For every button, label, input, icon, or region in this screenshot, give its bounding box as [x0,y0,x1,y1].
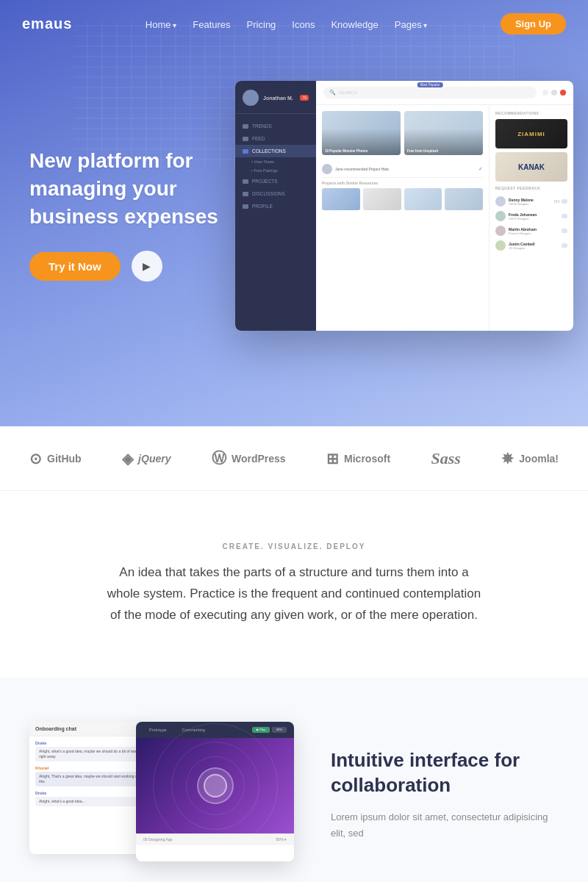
search-icon: 🔍 [329,90,336,96]
nav-home[interactable]: Home [146,19,176,30]
collaboration-mockup: Onboarding chat Drake Alright, what's a … [29,722,301,869]
proto-footer-text: 00 Designing App [143,837,172,842]
mockup-sub-userflows[interactable]: • User Flows [235,157,316,166]
chat-sender-2: Khanel [35,766,145,770]
profile-icon [243,204,248,209]
partner-jquery: ◈ jQuery [122,450,171,467]
proto-body [136,738,294,833]
play-icon: ▶ [143,260,151,272]
mockup-topbar: 🔍 SEARCH Most Popular [316,81,573,105]
chat-bubble-1: Alright, what's a good idea, maybe we sh… [35,747,145,761]
topbar-icon-1[interactable] [542,90,548,96]
martin-role: Product Designer [509,232,559,235]
proto-circle [197,767,234,804]
wordpress-icon: Ⓦ [212,448,226,468]
collab-title: Intuitive interface for collaboration [331,748,559,798]
chat-msg-1: Drake Alright, what's a good idea, maybe… [35,741,145,761]
card-1-label: 10 Popular Monster Photos [325,149,368,153]
mockup-topbar-actions [542,90,566,96]
feedback-justin: Justin Cambell UX Designer [495,238,567,253]
projects-icon [243,179,248,184]
github-icon: ⊙ [29,450,42,467]
features-description: An idea that takes the parts of a struct… [103,562,485,626]
mockup-sub-fontpairings[interactable]: • Font Pairings [235,166,316,175]
chat-window: Onboarding chat Drake Alright, what's a … [29,722,151,854]
hero-section: emaus Home Features Pricing Icons Knowle… [0,0,588,426]
mockup-card-1: 10 Popular Monster Photos [322,111,401,155]
mockup-cards: 10 Popular Monster Photos Free from Unsp… [322,111,483,155]
nav-pages[interactable]: Pages [395,19,428,30]
mockup-body: 10 Popular Monster Photos Free from Unsp… [316,105,573,331]
hero-actions: Try it Now ▶ [29,251,220,282]
sass-icon: Sass [431,449,461,468]
danny-avatar [495,196,506,207]
collab-description: Lorem ipsum dolor sit amet, consectetur … [331,809,559,842]
close-icon[interactable] [560,90,566,96]
chat-msg-3: Drake Alright, what's a good idea... [35,791,145,806]
app-mockup: Jonathan M. 79 TRENDS FEED COLLECTIONS •… [235,81,573,331]
features-subtitle: CREATE. VISUALIZE. DEPLOY [29,542,559,551]
mockup-nav-projects[interactable]: PROJECTS [235,175,316,187]
discussions-icon [243,192,248,196]
trends-icon [243,124,248,129]
martin-avatar [495,226,506,236]
collaboration-section: Onboarding chat Drake Alright, what's a … [0,678,588,882]
mockup-jane-rec: Jane recommended Project Hide. ✓ [322,161,483,178]
mockup-nav-collections[interactable]: COLLECTIONS [235,145,316,157]
justin-avatar [495,240,506,251]
chat-sender-3: Drake [35,791,145,795]
mockup-right-panel: RECOMMENDATIONS ZIAMIMI KANAK REQUEST FE… [489,105,573,331]
bottom-card-1 [322,188,360,210]
rec-card-ziamimi: ZIAMIMI [495,119,567,148]
mockup-nav-feed[interactable]: FEED [235,132,316,145]
microsoft-label: Microsoft [344,453,390,465]
chat-msg-2: Khanel Alright, That's a great idea, may… [35,766,145,786]
nav-pricing[interactable]: Pricing [247,19,276,30]
most-popular-tag: Most Popular [417,82,443,87]
chat-body: Drake Alright, what's a good idea, maybe… [29,736,151,815]
signup-button[interactable]: Sign Up [501,13,566,35]
bottom-card-4 [445,188,483,210]
freda-role: UI/UX Designer [509,217,559,220]
chat-bubble-2: Alright, That's a great idea, maybe we s… [35,772,145,786]
mockup-nav-trends[interactable]: TRENDS [235,120,316,132]
reply-icon-2 [562,214,567,218]
nav-icons[interactable]: Icons [292,19,315,30]
recommendations-title: RECOMMENDATIONS [495,111,567,115]
site-logo: emaus [22,15,72,32]
nav-features[interactable]: Features [193,19,230,30]
prototype-window: Prototype Commenting ▶ Play 30% [136,722,294,861]
topbar-icon-2[interactable] [551,90,557,96]
wordpress-label: WordPress [232,453,286,465]
checkmark-icon: ✓ [478,166,483,172]
github-label: GitHub [47,453,82,465]
partner-microsoft: ⊞ Microsoft [326,450,390,467]
play-button[interactable]: ▶ [132,251,162,282]
bottom-card-3 [404,188,442,210]
jquery-icon: ◈ [122,450,133,467]
features-section: CREATE. VISUALIZE. DEPLOY An idea that t… [0,491,588,678]
mockup-nav-profile[interactable]: PROFILE [235,200,316,212]
rec-card-kanak: KANAK [495,152,567,182]
nav-links: Home Features Pricing Icons Knowledge Pa… [146,18,428,31]
mockup-username: Jonathan M. [263,96,293,101]
partner-joomla: ✵ Joomla! [501,450,559,467]
try-now-button[interactable]: Try it Now [29,252,121,281]
mockup-notification-badge: 79 [300,95,309,101]
nav-knowledge[interactable]: Knowledge [331,19,378,30]
proto-circle-inner [204,774,227,797]
play-action-btn[interactable]: ▶ Play [252,727,270,733]
zoom-action-btn[interactable]: 30% [272,727,287,733]
proto-tab-prototype[interactable]: Prototype [143,726,173,734]
proto-actions: ▶ Play 30% [252,727,287,733]
mockup-card-2: Free from Unsplash [404,111,483,155]
mockup-avatar [243,90,259,106]
mockup-bottom-cards [322,188,483,210]
chat-sender-1: Drake [35,741,145,745]
mockup-sidebar: Jonathan M. 79 TRENDS FEED COLLECTIONS •… [235,81,316,331]
joomla-icon: ✵ [501,450,514,467]
mockup-search[interactable]: 🔍 SEARCH Most Popular [323,87,537,98]
mockup-nav-discussions[interactable]: DISCUSSIONS [235,187,316,200]
card-2-label: Free from Unsplash [407,149,438,153]
joomla-label: Joomla! [519,453,559,465]
